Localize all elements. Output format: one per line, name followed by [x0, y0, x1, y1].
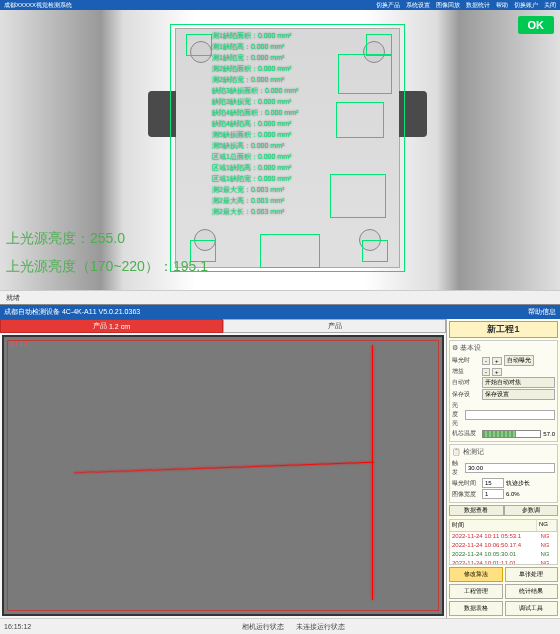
- img-width-input[interactable]: [482, 489, 504, 499]
- status-time: 16:15:12: [4, 623, 31, 630]
- log-row[interactable]: 2022-11-24 10:05:30.01NG: [450, 550, 557, 559]
- log-header: 时间 NG: [450, 520, 557, 532]
- bot-left-pane: 产品 1.2 cm 产品 5.1:1.1: [0, 319, 446, 618]
- data-table-button[interactable]: 数据表格: [449, 601, 503, 616]
- measurement-row: 测5缺损高：0.000 mm²: [212, 140, 298, 151]
- subtab-data-view[interactable]: 数据查看: [449, 505, 504, 516]
- auto-exposure-button[interactable]: 自动曝光: [504, 355, 534, 366]
- project-title: 新工程1: [449, 321, 558, 338]
- temperature-bar: [483, 431, 516, 437]
- measurement-row: 测2最大宽：0.003 mm²: [212, 184, 298, 195]
- detection-log: 时间 NG 2022-11-24 10:11 05:53.1NG 2022-11…: [449, 519, 558, 565]
- menu-help[interactable]: 帮助: [496, 1, 508, 10]
- app-title: 成都XXXXX视觉检测系统: [4, 1, 72, 10]
- roi-box: [362, 240, 388, 262]
- debug-tools-button[interactable]: 调试工具: [505, 601, 559, 616]
- bot-app-title: 成都自动检测设备 4C-4K-A11 V5.0.21.0363: [4, 307, 140, 317]
- label-exposure: 曝光时: [452, 356, 480, 365]
- measurement-row: 测1缺陷高：0.000 mm²: [212, 41, 298, 52]
- label-brightness: 亮度亮: [452, 401, 463, 428]
- measurement-overlay: 测1缺陷面积：0.000 mm² 测1缺陷高：0.000 mm² 测1缺陷宽：0…: [212, 30, 298, 217]
- tab-product-1[interactable]: 产品 1.2 cm: [0, 319, 223, 333]
- roi-box: [366, 34, 392, 56]
- temperature-progress: [482, 430, 541, 438]
- roi-box: [330, 174, 386, 218]
- modify-algorithm-button[interactable]: 修改算法: [449, 567, 503, 582]
- measurement-row: 测2最大长：0.003 mm²: [212, 206, 298, 217]
- tab-label: 产品: [93, 321, 107, 331]
- autofocus-button[interactable]: 开始自动对焦: [482, 377, 555, 388]
- measurement-row: 缺陷3缺损宽：0.000 mm²: [212, 96, 298, 107]
- subtab-param-adj[interactable]: 参数调: [504, 505, 559, 516]
- bot-help-link[interactable]: 帮助信息: [528, 307, 556, 317]
- bot-titlebar: 成都自动检测设备 4C-4K-A11 V5.0.21.0363 帮助信息: [0, 305, 560, 319]
- top-statusbar: 就绪: [0, 290, 560, 304]
- save-settings-button[interactable]: 保存设置: [482, 389, 555, 400]
- roi-box: [336, 102, 384, 138]
- brightness-readout-2: 上光源亮度（170~220）：195.1: [6, 258, 208, 276]
- exposure-inc-button[interactable]: +: [492, 357, 502, 365]
- detected-crack-vertical: [372, 345, 373, 600]
- inspection-window-top: 成都XXXXX视觉检测系统 切换产品 系统设置 图像回放 数据统计 帮助 切换账…: [0, 0, 560, 305]
- menu-data-stats[interactable]: 数据统计: [466, 1, 490, 10]
- roi-box: [186, 34, 212, 56]
- roi-box: [260, 234, 320, 268]
- measurement-row: 缺陷4缺陷面积：0.000 mm²: [212, 107, 298, 118]
- menu-switch-account[interactable]: 切换账户: [514, 1, 538, 10]
- measurement-row: 区域1总面积：0.000 mm²: [212, 151, 298, 162]
- product-tabstrip: 产品 1.2 cm 产品: [0, 319, 446, 333]
- exposure-dec-button[interactable]: -: [482, 357, 490, 365]
- label-img-width: 图像宽度: [452, 490, 480, 499]
- measurement-row: 测2最大高：0.003 mm²: [212, 195, 298, 206]
- overlay-label: 5.1:1.1: [10, 341, 28, 347]
- log-head-time: 时间: [450, 520, 537, 531]
- measurement-row: 区域1缺陷高：0.000 mm²: [212, 162, 298, 173]
- gain-dec-button[interactable]: -: [482, 368, 490, 376]
- menu-image-playback[interactable]: 图像回放: [436, 1, 460, 10]
- measurement-row: 缺陷3缺损面积：0.000 mm²: [212, 85, 298, 96]
- menu-system-settings[interactable]: 系统设置: [406, 1, 430, 10]
- label-exp-time: 曝光时间: [452, 479, 480, 488]
- measurement-row: 测2缺陷宽：0.000 mm²: [212, 74, 298, 85]
- status-text: 就绪: [6, 293, 20, 303]
- tab-label: 产品: [328, 321, 342, 331]
- log-row[interactable]: 2022-11-24 10:01:11.01NG: [450, 559, 557, 565]
- inspection-window-bottom: 成都自动检测设备 4C-4K-A11 V5.0.21.0363 帮助信息 产品 …: [0, 305, 560, 634]
- section-header: 📋 检测记: [452, 447, 555, 457]
- single-process-button[interactable]: 单张处理: [505, 567, 559, 582]
- detection-bbox: [7, 340, 439, 611]
- stats-result-button[interactable]: 统计结果: [505, 584, 559, 599]
- measurement-row: 测2缺陷面积：0.000 mm²: [212, 63, 298, 74]
- label-autofocus: 自动对: [452, 378, 480, 387]
- label-core-temp: 机芯温度: [452, 429, 480, 438]
- label-gain: 增益: [452, 367, 480, 376]
- roi-box: [338, 54, 392, 94]
- action-button-grid: 修改算法 单张处理 工程管理 统计结果 数据表格 调试工具: [449, 567, 558, 616]
- label-save: 保存设: [452, 390, 480, 399]
- measurement-row: 区域1缺陷宽：0.000 mm²: [212, 173, 298, 184]
- project-manage-button[interactable]: 工程管理: [449, 584, 503, 599]
- log-head-result: NG: [537, 520, 557, 531]
- label-pct: 6.0%: [506, 491, 520, 497]
- status-connection: 未连接运行状态: [296, 622, 345, 632]
- exp-time-input[interactable]: [482, 478, 504, 488]
- temperature-value: 57.0: [543, 431, 555, 437]
- menu-close[interactable]: 关闭: [544, 1, 556, 10]
- measurement-row: 测1缺陷宽：0.000 mm²: [212, 52, 298, 63]
- brightness-input[interactable]: [465, 410, 555, 420]
- trigger-input[interactable]: [465, 463, 555, 473]
- brightness-readout-1: 上光源亮度：255.0: [6, 230, 125, 248]
- log-row[interactable]: 2022-11-24 10:06:50.17.4NG: [450, 541, 557, 550]
- measurement-row: 测1缺陷面积：0.000 mm²: [212, 30, 298, 41]
- camera-viewport-top: OK 测1缺陷面积：0.000 mm² 测1缺陷高：0.000 mm² 测1缺陷…: [0, 10, 560, 290]
- measurement-row: 缺陷4缺陷高：0.000 mm²: [212, 118, 298, 129]
- log-row[interactable]: 2022-11-24 10:11 05:53.1NG: [450, 532, 557, 541]
- top-menu: 切换产品 系统设置 图像回放 数据统计 帮助 切换账户 关闭: [376, 1, 556, 10]
- tab-product-2[interactable]: 产品: [223, 319, 446, 333]
- menu-switch-product[interactable]: 切换产品: [376, 1, 400, 10]
- label-step: 轨迹步长: [506, 479, 530, 488]
- label-trigger: 触发: [452, 459, 463, 477]
- section-header: ⚙ 基本设: [452, 343, 555, 353]
- camera-viewport-bottom[interactable]: 5.1:1.1: [2, 335, 444, 616]
- gain-inc-button[interactable]: +: [492, 368, 502, 376]
